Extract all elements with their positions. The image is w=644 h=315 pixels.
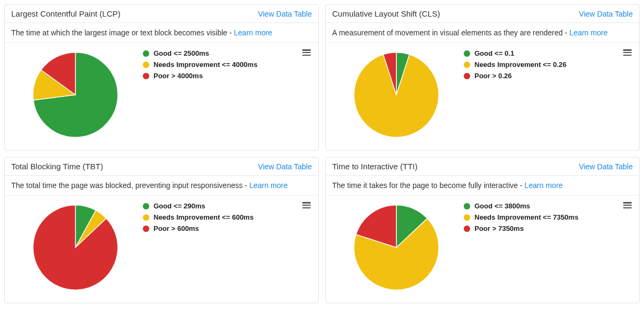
hamburger-menu-icon[interactable] — [300, 46, 313, 59]
pie-chart — [11, 199, 140, 296]
pie-chart — [332, 199, 461, 296]
legend-label: Good <= 0.1 — [474, 49, 514, 58]
card-description: The time at which the largest image or t… — [5, 23, 318, 43]
swatch-needs — [143, 62, 149, 68]
view-data-table-link[interactable]: View Data Table — [579, 162, 633, 171]
view-data-table-link[interactable]: View Data Table — [579, 10, 633, 18]
card-body: Good <= 290ms Needs Improvement <= 600ms… — [5, 196, 318, 303]
legend-label: Poor > 7350ms — [474, 224, 524, 234]
legend-item-good: Good <= 2500ms — [143, 49, 312, 58]
card-tti: Time to Interactive (TTI) View Data Tabl… — [325, 157, 640, 303]
card-body: Good <= 0.1 Needs Improvement <= 0.26 Po… — [326, 43, 639, 150]
legend-item-needs: Needs Improvement <= 600ms — [143, 213, 312, 222]
description-text: A measurement of movement in visual elem… — [332, 28, 570, 37]
legend-label: Poor > 0.26 — [474, 72, 512, 81]
card-title: Largest Contentful Paint (LCP) — [11, 9, 120, 18]
swatch-good — [143, 50, 149, 57]
chart-legend: Good <= 0.1 Needs Improvement <= 0.26 Po… — [461, 46, 633, 144]
swatch-good — [464, 50, 470, 57]
card-description: The time it takes for the page to become… — [326, 176, 639, 196]
card-lcp: Largest Contentful Paint (LCP) View Data… — [4, 4, 319, 151]
swatch-poor — [464, 73, 470, 79]
legend-label: Good <= 290ms — [154, 202, 205, 211]
learn-more-link[interactable]: Learn more — [234, 28, 272, 37]
legend-label: Poor > 4000ms — [154, 72, 203, 81]
legend-label: Good <= 3800ms — [474, 202, 530, 211]
legend-label: Poor > 600ms — [154, 224, 199, 234]
legend-label: Needs Improvement <= 4000ms — [154, 61, 257, 70]
card-header: Cumulative Layout Shift (CLS) View Data … — [326, 5, 639, 23]
card-body: Good <= 3800ms Needs Improvement <= 7350… — [326, 196, 639, 303]
legend-label: Good <= 2500ms — [154, 49, 209, 58]
swatch-poor — [464, 226, 470, 232]
card-tbt: Total Blocking Time (TBT) View Data Tabl… — [4, 157, 319, 303]
hamburger-menu-icon[interactable] — [621, 46, 634, 59]
legend-item-poor: Poor > 600ms — [143, 224, 312, 234]
metrics-grid: Largest Contentful Paint (LCP) View Data… — [4, 4, 640, 303]
swatch-needs — [464, 214, 470, 221]
card-body: Good <= 2500ms Needs Improvement <= 4000… — [5, 43, 318, 150]
legend-label: Needs Improvement <= 0.26 — [474, 61, 566, 70]
pie-chart — [11, 46, 140, 144]
swatch-needs — [143, 214, 149, 221]
card-title: Cumulative Layout Shift (CLS) — [332, 9, 440, 18]
card-description: The total time the page was blocked, pre… — [5, 176, 318, 196]
pie-chart — [332, 46, 461, 144]
legend-item-poor: Poor > 4000ms — [143, 72, 312, 81]
card-cls: Cumulative Layout Shift (CLS) View Data … — [325, 4, 640, 151]
legend-item-needs: Needs Improvement <= 0.26 — [464, 61, 633, 70]
legend-item-good: Good <= 290ms — [143, 202, 312, 211]
description-text: The time at which the largest image or t… — [11, 28, 234, 37]
legend-label: Needs Improvement <= 600ms — [154, 213, 254, 222]
legend-item-good: Good <= 0.1 — [464, 49, 633, 58]
card-description: A measurement of movement in visual elem… — [326, 23, 639, 43]
learn-more-link[interactable]: Learn more — [570, 28, 608, 37]
learn-more-link[interactable]: Learn more — [525, 181, 563, 190]
chart-legend: Good <= 3800ms Needs Improvement <= 7350… — [461, 199, 633, 296]
hamburger-menu-icon[interactable] — [621, 199, 634, 212]
view-data-table-link[interactable]: View Data Table — [258, 162, 312, 171]
swatch-good — [143, 203, 149, 209]
description-text: The total time the page was blocked, pre… — [11, 181, 249, 190]
card-title: Time to Interactive (TTI) — [332, 162, 417, 171]
swatch-poor — [143, 73, 149, 79]
view-data-table-link[interactable]: View Data Table — [258, 10, 312, 18]
card-header: Time to Interactive (TTI) View Data Tabl… — [326, 158, 639, 176]
swatch-needs — [464, 62, 470, 68]
card-title: Total Blocking Time (TBT) — [11, 162, 103, 171]
hamburger-menu-icon[interactable] — [300, 199, 313, 212]
chart-legend: Good <= 2500ms Needs Improvement <= 4000… — [140, 46, 312, 144]
legend-item-good: Good <= 3800ms — [464, 202, 633, 211]
description-text: The time it takes for the page to become… — [332, 181, 525, 190]
legend-item-poor: Poor > 7350ms — [464, 224, 633, 234]
swatch-good — [464, 203, 470, 209]
card-header: Total Blocking Time (TBT) View Data Tabl… — [5, 158, 318, 176]
legend-label: Needs Improvement <= 7350ms — [474, 213, 578, 222]
learn-more-link[interactable]: Learn more — [249, 181, 288, 190]
legend-item-needs: Needs Improvement <= 4000ms — [143, 61, 312, 70]
swatch-poor — [143, 226, 149, 232]
legend-item-needs: Needs Improvement <= 7350ms — [464, 213, 633, 222]
chart-legend: Good <= 290ms Needs Improvement <= 600ms… — [140, 199, 312, 296]
legend-item-poor: Poor > 0.26 — [464, 72, 633, 81]
card-header: Largest Contentful Paint (LCP) View Data… — [5, 5, 318, 23]
